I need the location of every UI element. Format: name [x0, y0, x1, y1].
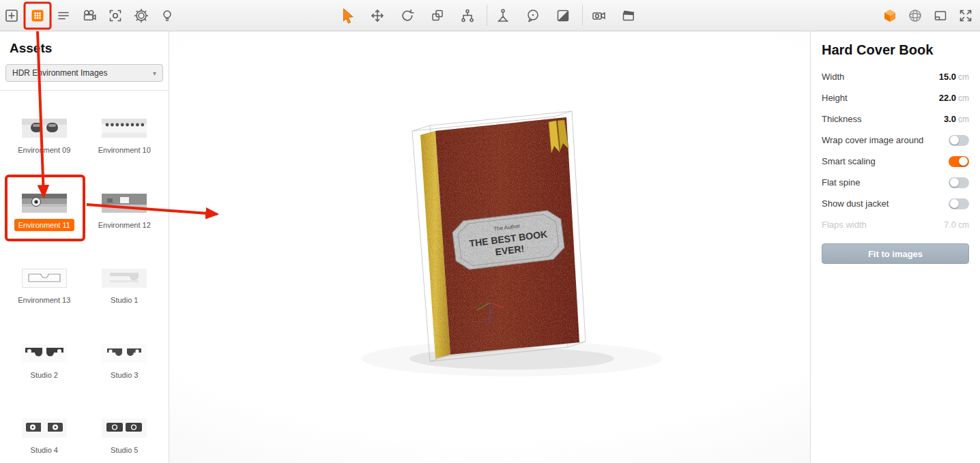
contrast-button[interactable]	[553, 5, 573, 26]
move-tool-button[interactable]	[367, 5, 388, 26]
height-value-field[interactable]: 22.0cm	[939, 93, 969, 103]
asset-thumbnail	[102, 192, 147, 215]
property-label: Flaps width	[822, 220, 867, 230]
property-label: Wrap cover image around	[822, 135, 923, 145]
thickness-value-field[interactable]: 3.0cm	[944, 114, 969, 124]
environment-sphere-button[interactable]	[905, 5, 925, 26]
animation-icon	[621, 8, 636, 23]
assets-panel-button[interactable]	[27, 5, 48, 26]
application-window: Assets HDR Environment Images ▾ Environm…	[0, 0, 980, 463]
materials-button[interactable]	[880, 5, 900, 26]
assets-icon	[30, 8, 45, 23]
gravity-button[interactable]	[493, 5, 513, 26]
asset-item-environment-11[interactable]: Environment 11	[4, 174, 85, 231]
asset-item-studio-1[interactable]: Studio 1	[85, 249, 165, 306]
asset-label: Studio 3	[106, 369, 142, 381]
wrap-cover-toggle[interactable]	[949, 135, 969, 146]
property-row-smart-scaling: Smart scaling	[822, 151, 969, 172]
main-toolbar	[0, 0, 980, 31]
hierarchy-tool-button[interactable]	[457, 5, 478, 26]
asset-item-environment-10[interactable]: Environment 10	[85, 99, 165, 156]
asset-thumbnail	[102, 342, 147, 365]
light-icon	[160, 8, 175, 23]
property-row-thickness: Thickness 3.0cm	[822, 108, 969, 130]
property-row-width: Width 15.0cm	[822, 66, 969, 87]
hierarchy-icon	[460, 8, 475, 23]
width-value-field[interactable]: 15.0cm	[939, 72, 969, 82]
property-label: Smart scaling	[822, 156, 876, 166]
property-label: Flat spine	[822, 177, 860, 188]
lighting-button[interactable]	[157, 5, 177, 26]
property-label: Thickness	[822, 114, 862, 124]
render-icon	[82, 8, 97, 23]
assets-sidebar: Assets HDR Environment Images ▾ Environm…	[0, 31, 169, 463]
settings-button[interactable]	[131, 5, 152, 26]
chevron-down-icon: ▾	[153, 70, 156, 77]
asset-thumbnail	[22, 117, 67, 140]
comment-button[interactable]	[523, 5, 543, 26]
property-row-flat-spine: Flat spine	[822, 172, 969, 193]
select-icon	[339, 8, 356, 24]
list-icon	[56, 8, 71, 23]
asset-label: Environment 11	[14, 219, 74, 231]
asset-item-studio-4[interactable]: Studio 4	[4, 399, 85, 456]
asset-item-environment-12[interactable]: Environment 12	[85, 174, 165, 231]
assets-title: Assets	[10, 41, 169, 56]
asset-label: Environment 12	[94, 219, 155, 231]
asset-thumbnail	[22, 267, 67, 290]
book-model[interactable]: The Author THE BEST BOOK EVER!	[420, 117, 579, 359]
property-label: Width	[822, 72, 844, 82]
toolbar-group-left	[1, 0, 177, 31]
contrast-icon	[556, 8, 571, 23]
select-tool-button[interactable]	[337, 5, 358, 26]
property-row-wrap-cover: Wrap cover image around	[822, 130, 969, 151]
asset-thumbnail	[102, 267, 147, 290]
flat-spine-toggle[interactable]	[949, 177, 969, 188]
asset-category-value: HDR Environment Images	[12, 68, 107, 78]
snapshot-button[interactable]	[105, 5, 126, 26]
fullscreen-button[interactable]	[955, 5, 976, 26]
asset-item-studio-2[interactable]: Studio 2	[4, 324, 85, 381]
scene-tree-button[interactable]	[53, 5, 74, 26]
asset-label: Studio 4	[27, 444, 62, 456]
asset-grid: Environment 09 Environment 10 Environmen…	[0, 91, 169, 456]
fullscreen-icon	[958, 8, 973, 23]
asset-label: Studio 5	[106, 444, 142, 456]
asset-label: Environment 13	[14, 294, 74, 306]
asset-thumbnail	[22, 342, 67, 365]
toolbar-separator	[487, 5, 487, 26]
dust-jacket-toggle[interactable]	[949, 198, 969, 209]
frame-button[interactable]	[930, 5, 951, 26]
animation-button[interactable]	[618, 5, 639, 26]
asset-item-environment-13[interactable]: Environment 13	[4, 249, 85, 306]
comment-icon	[525, 8, 541, 23]
toolbar-separator	[582, 5, 583, 26]
rotate-tool-button[interactable]	[397, 5, 418, 26]
smart-scaling-toggle[interactable]	[949, 156, 969, 167]
camera-button[interactable]	[588, 5, 609, 26]
property-label: Show dust jacket	[822, 198, 889, 209]
viewport-3d[interactable]: The Author THE BEST BOOK EVER!	[169, 31, 810, 463]
inspector-panel: Hard Cover Book Width 15.0cm Height 22.0…	[810, 31, 980, 463]
toolbar-group-tools	[337, 0, 478, 31]
asset-item-studio-3[interactable]: Studio 3	[85, 324, 165, 381]
asset-category-dropdown[interactable]: HDR Environment Images ▾	[5, 64, 163, 82]
asset-label: Environment 09	[14, 144, 74, 156]
frame-icon	[933, 8, 948, 23]
gravity-icon	[495, 8, 510, 23]
fit-to-images-button[interactable]: Fit to images	[822, 243, 969, 264]
render-button[interactable]	[79, 5, 100, 26]
toolbar-group-right	[880, 0, 976, 31]
property-row-dust-jacket: Show dust jacket	[822, 193, 969, 214]
camera-icon	[591, 8, 606, 23]
materials-icon	[882, 8, 897, 23]
asset-item-environment-09[interactable]: Environment 09	[4, 99, 85, 156]
asset-label: Studio 2	[27, 369, 62, 381]
toolbar-group-camera	[588, 0, 639, 31]
duplicate-icon	[430, 8, 445, 23]
duplicate-tool-button[interactable]	[427, 5, 448, 26]
asset-thumbnail	[22, 192, 67, 215]
asset-item-studio-5[interactable]: Studio 5	[85, 399, 165, 456]
add-shape-button[interactable]	[1, 5, 22, 26]
asset-thumbnail	[102, 117, 147, 140]
